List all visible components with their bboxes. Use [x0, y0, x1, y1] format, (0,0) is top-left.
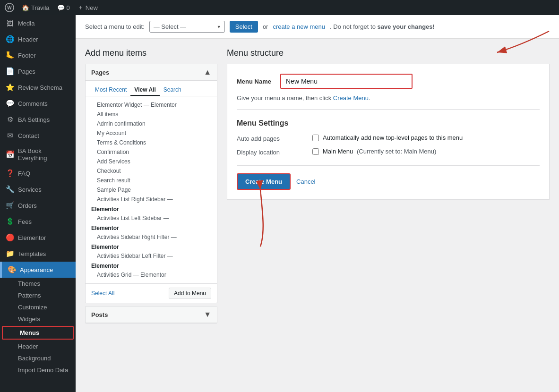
main-menu-checkbox[interactable]	[312, 148, 319, 155]
posts-panel: Posts ▼	[85, 306, 217, 324]
sidebar-label-orders: Orders	[18, 202, 37, 209]
pages-list: Elementor Widget — Elementor All items A…	[86, 96, 217, 283]
sidebar-item-review-schema[interactable]: ⭐ Review Schema	[0, 79, 76, 95]
sidebar-item-services[interactable]: 🔧 Services	[0, 181, 76, 197]
sidebar-item-pages[interactable]: 📄 Pages	[0, 63, 76, 79]
comment-count: 0	[67, 4, 70, 11]
sidebar-item-templates[interactable]: 📁 Templates	[0, 246, 76, 262]
list-item[interactable]: My Account	[86, 128, 217, 138]
tab-most-recent[interactable]: Most Recent	[91, 85, 130, 96]
list-item[interactable]: Activities Sidebar Left Filter —	[86, 251, 217, 261]
sidebar-sub-header[interactable]: Header	[0, 341, 76, 352]
posts-panel-header: Posts ▼	[86, 307, 217, 323]
wp-logo-item[interactable]: W	[5, 3, 14, 12]
header-icon: 🌐	[6, 35, 14, 43]
admin-bar-comments[interactable]: 💬 0	[57, 4, 70, 11]
sidebar-label-contact: Contact	[18, 132, 39, 139]
top-bar: Select a menu to edit: — Select — Select…	[76, 15, 559, 39]
list-item[interactable]: Activities Sidebar Right Filter —	[86, 232, 217, 242]
ba-book-icon: 📅	[6, 150, 14, 159]
tab-search[interactable]: Search	[160, 85, 185, 96]
sidebar-item-ba-book-everything[interactable]: 📅 BA Book Everything	[0, 144, 76, 165]
menu-structure-box: Menu Name Give your menu a name, then cl…	[227, 64, 550, 200]
list-item[interactable]: Activities Grid — Elementor	[86, 270, 217, 280]
sidebar-label-footer: Footer	[18, 52, 36, 59]
admin-bar-home[interactable]: 🏠 Travila	[22, 4, 50, 11]
templates-icon: 📁	[6, 249, 14, 258]
menu-structure-title: Menu structure	[227, 48, 550, 58]
display-location-row: Display location Main Menu (Currently se…	[237, 148, 540, 156]
tab-view-all[interactable]: View All	[130, 85, 159, 96]
sidebar-label-elementor: Elementor	[18, 234, 46, 241]
list-item[interactable]: Add Services	[86, 157, 217, 166]
auto-add-pages-description: Automatically add new top-level pages to…	[323, 134, 463, 141]
select-menu-label: Select a menu to edit:	[85, 23, 145, 30]
list-item[interactable]: Sample Page	[86, 185, 217, 195]
main-content: Select a menu to edit: — Select — Select…	[76, 15, 559, 392]
pages-collapse-button[interactable]: ▲	[204, 68, 211, 77]
pages-panel: Pages ▲ Most Recent View All Search Elem…	[85, 64, 217, 303]
list-item[interactable]: All items	[86, 110, 217, 119]
cancel-button[interactable]: Cancel	[296, 178, 315, 185]
sidebar-item-comments[interactable]: 💬 Comments	[0, 95, 76, 111]
sidebar-sub-themes[interactable]: Themes	[0, 278, 76, 290]
fees-icon: 💲	[6, 217, 14, 226]
sidebar-label-appearance: Appearance	[20, 266, 53, 273]
admin-bar-new[interactable]: ＋ New	[77, 3, 98, 12]
comments-sidebar-icon: 💬	[6, 99, 14, 108]
sidebar-label-fees: Fees	[18, 218, 32, 225]
list-item[interactable]: Search result	[86, 176, 217, 185]
sidebar-item-header[interactable]: 🌐 Header	[0, 31, 76, 47]
sidebar-sub-widgets[interactable]: Widgets	[0, 313, 76, 325]
sidebar-label-comments: Comments	[18, 100, 48, 107]
sidebar-item-faq[interactable]: ❓ FAQ	[0, 165, 76, 181]
select-all-button[interactable]: Select All	[91, 290, 114, 297]
display-location-control: Main Menu (Currently set to: Main Menu)	[312, 148, 436, 155]
reminder-text: . Do not forget to save your changes!	[330, 23, 435, 30]
sidebar-item-footer[interactable]: 🦶 Footer	[0, 47, 76, 63]
posts-panel-title: Posts	[91, 311, 108, 318]
main-menu-label: Main Menu (Currently set to: Main Menu)	[323, 148, 436, 155]
list-group-elementor-1: Elementor	[86, 204, 217, 213]
sidebar-sub-customize[interactable]: Customize	[0, 301, 76, 313]
contact-icon: ✉	[6, 131, 14, 140]
sidebar-item-media[interactable]: 🖼 Media	[0, 15, 76, 31]
list-item[interactable]: Checkout	[86, 166, 217, 176]
sidebar-label-services: Services	[18, 186, 42, 193]
sidebar-label-media: Media	[18, 20, 34, 27]
create-new-menu-link[interactable]: create a new menu	[273, 23, 325, 30]
menu-select[interactable]: — Select —	[149, 21, 225, 33]
posts-collapse-button[interactable]: ▼	[204, 310, 211, 319]
list-item[interactable]: Activities List Right Sidebar —	[86, 195, 217, 204]
menu-name-row: Menu Name	[237, 74, 540, 89]
arrow-to-create-button	[251, 185, 279, 247]
sidebar-label-ba-settings: BA Settings	[18, 116, 50, 123]
menu-name-input[interactable]	[280, 74, 413, 89]
create-menu-hint-link[interactable]: Create Menu	[333, 94, 369, 102]
sidebar-item-contact[interactable]: ✉ Contact	[0, 128, 76, 144]
create-menu-button[interactable]: Create Menu	[237, 173, 291, 190]
sidebar-sub-menus[interactable]: Menus	[2, 326, 74, 340]
sidebar-item-appearance[interactable]: 🎨 Appearance	[0, 262, 76, 278]
sidebar-sub-import-demo-data[interactable]: Import Demo Data	[0, 364, 76, 376]
list-item[interactable]: Terms & Conditions	[86, 138, 217, 147]
sidebar-sub-background[interactable]: Background	[0, 352, 76, 364]
sidebar-sub-patterns[interactable]: Patterns	[0, 290, 76, 301]
sidebar-item-orders[interactable]: 🛒 Orders	[0, 197, 76, 213]
pages-icon: 📄	[6, 67, 14, 76]
auto-add-pages-checkbox[interactable]	[312, 135, 319, 141]
sidebar-item-ba-settings[interactable]: ⚙ BA Settings	[0, 111, 76, 128]
list-item[interactable]: Elementor Widget — Elementor	[86, 100, 217, 110]
list-item[interactable]: Admin confirmation	[86, 119, 217, 128]
or-text: or	[263, 23, 268, 30]
select-button[interactable]: Select	[230, 21, 258, 33]
sidebar-label-faq: FAQ	[18, 170, 30, 177]
list-item[interactable]: Activities List Left Sidebar —	[86, 213, 217, 223]
list-item[interactable]: Confirmation	[86, 147, 217, 157]
plus-icon: ＋	[77, 3, 84, 12]
list-group-elementor-3: Elementor	[86, 242, 217, 251]
sidebar-item-fees[interactable]: 💲 Fees	[0, 213, 76, 230]
footer-icon: 🦶	[6, 51, 14, 60]
sidebar-item-elementor[interactable]: 🔴 Elementor	[0, 230, 76, 246]
add-to-menu-button[interactable]: Add to Menu	[169, 288, 211, 299]
